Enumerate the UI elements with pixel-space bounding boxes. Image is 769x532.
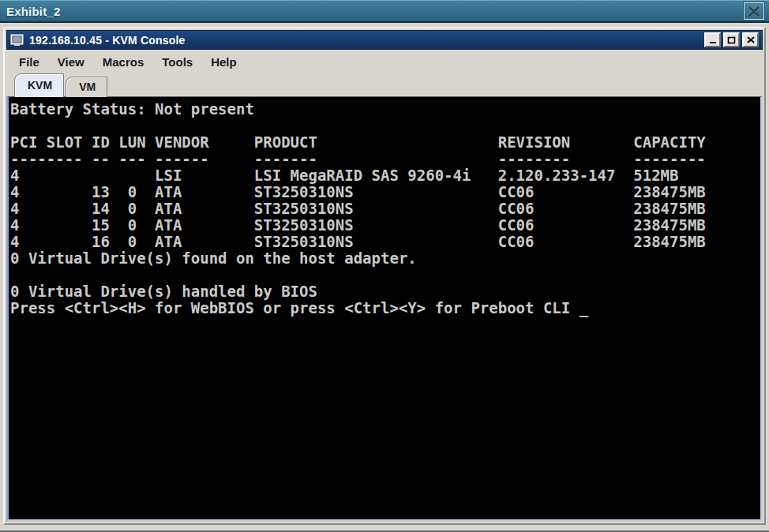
terminal-line: 0 Virtual Drive(s) handled by BIOS <box>10 283 760 300</box>
exhibit-window-body: 192.168.10.45 - KVM Console <box>0 23 769 532</box>
terminal-line <box>10 267 760 283</box>
menu-item-help[interactable]: Help <box>208 54 239 70</box>
close-button[interactable] <box>742 32 759 47</box>
terminal-line: 4 LSI LSI MegaRAID SAS 9260-4i 2.120.233… <box>10 167 760 184</box>
tab-kvm[interactable]: KVM <box>14 73 64 97</box>
terminal-line: 4 15 0 ATA ST3250310NS CC06 238475MB <box>10 217 760 234</box>
menu-item-tools[interactable]: Tools <box>159 54 195 70</box>
terminal-line <box>10 118 760 134</box>
close-icon <box>748 6 760 17</box>
menu-item-macros[interactable]: Macros <box>100 54 147 70</box>
kvm-console-window: 192.168.10.45 - KVM Console <box>3 27 766 525</box>
exhibit-close-button[interactable] <box>744 2 764 20</box>
terminal-line: Battery Status: Not present <box>10 101 760 118</box>
maximize-icon <box>727 36 736 44</box>
exhibit-window: Exhibit_2 192.168.10.45 - KVM Console <box>0 0 769 532</box>
terminal-line: Press <Ctrl><H> for WebBIOS or press <Ct… <box>10 300 760 317</box>
tab-vm[interactable]: VM <box>66 77 107 97</box>
menu-item-file[interactable]: File <box>17 54 42 70</box>
window-controls <box>704 32 760 47</box>
terminal-line: 4 13 0 ATA ST3250310NS CC06 238475MB <box>10 184 760 200</box>
terminal-line: 4 16 0 ATA ST3250310NS CC06 238475MB <box>10 234 760 250</box>
menu-item-view[interactable]: View <box>55 54 87 70</box>
exhibit-window-title: Exhibit_2 <box>6 5 744 18</box>
close-icon <box>747 36 755 43</box>
terminal-line: PCI SLOT ID LUN VENDOR PRODUCT REVISION … <box>10 134 760 151</box>
kvm-terminal-screen[interactable]: Battery Status: Not present PCI SLOT ID … <box>6 96 763 522</box>
monitor-icon <box>10 34 24 47</box>
exhibit-titlebar[interactable]: Exhibit_2 <box>0 0 769 23</box>
terminal-line: 0 Virtual Drive(s) found on the host ada… <box>10 250 760 267</box>
minimize-button[interactable] <box>704 32 721 47</box>
menu-bar: FileViewMacrosToolsHelp <box>6 50 763 73</box>
terminal-line: -------- -- --- ------ ------- -------- … <box>10 151 760 167</box>
minimize-icon <box>709 36 717 43</box>
tab-bar: KVMVM <box>6 73 763 96</box>
terminal-line: 4 14 0 ATA ST3250310NS CC06 238475MB <box>10 200 760 217</box>
kvm-titlebar[interactable]: 192.168.10.45 - KVM Console <box>6 30 763 50</box>
maximize-button[interactable] <box>723 32 740 47</box>
kvm-window-title: 192.168.10.45 - KVM Console <box>29 34 704 47</box>
